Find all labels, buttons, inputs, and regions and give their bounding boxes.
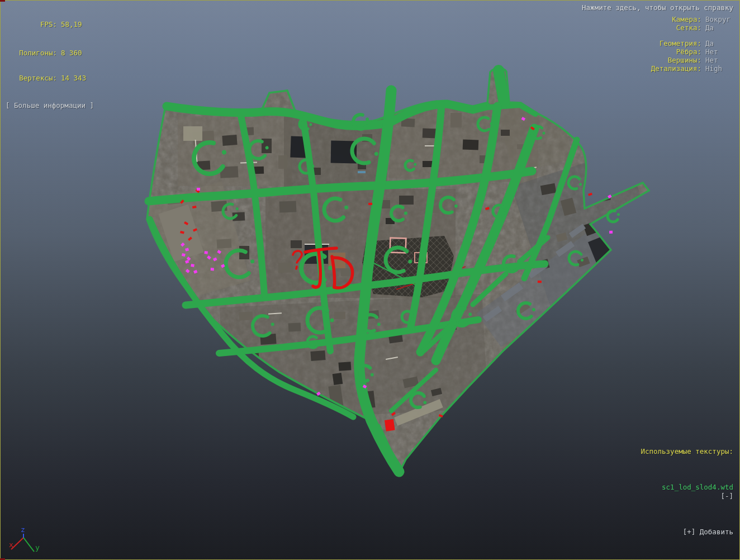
viewport-3d-scene[interactable]: x y z: [0, 0, 740, 560]
edges-value: Нет: [705, 48, 733, 56]
camera-settings: Камера:Вокруг Сетка:Да: [672, 15, 733, 32]
more-info-link[interactable]: [ Больше информации ]: [6, 101, 94, 110]
textures-title: Используемые текстуры:: [637, 447, 733, 456]
texture-remove-button[interactable]: [-]: [720, 492, 733, 500]
camera-value: Вокруг: [705, 15, 733, 23]
geometry-value: Да: [705, 39, 733, 48]
edges-label: Рёбра:: [651, 48, 701, 56]
axis-z-label: z: [21, 525, 25, 534]
polygons-label: Полигоны:: [6, 49, 57, 57]
camera-label: Камера:: [672, 15, 701, 23]
corner-accent-top: [0, 0, 5, 2]
grid-label: Сетка:: [672, 23, 701, 32]
vertices-value: 14 343: [61, 74, 94, 82]
display-settings: Геометрия:Да Рёбра:Нет Вершины:Нет Детал…: [651, 39, 733, 73]
detail-label: Детализация:: [651, 64, 701, 73]
fps-label: FPS:: [6, 20, 57, 29]
detail-value: High: [705, 64, 733, 73]
model-viewer-window: x y z FPS:58,19 Полигоны:8 360 Вертексы:…: [0, 0, 740, 560]
polygons-value: 8 360: [61, 49, 94, 57]
texture-add-button[interactable]: [+] Добавить: [637, 528, 733, 537]
texture-file-link[interactable]: sc1_lod_slod4.wtd: [662, 483, 733, 491]
vertices-label: Вертексы:: [6, 74, 57, 82]
textures-panel: Используемые текстуры: sc1_lod_slod4.wtd…: [637, 429, 733, 554]
fps-value: 58,19: [61, 20, 94, 29]
help-link[interactable]: Нажмите здесь, чтобы открыть справку: [582, 3, 733, 12]
grid-value: Да: [705, 23, 733, 32]
vertices-mode-value: Нет: [705, 56, 733, 64]
axis-x-label: x: [9, 540, 13, 549]
axis-gizmo: x y z: [9, 525, 40, 552]
stats-panel: FPS:58,19 Полигоны:8 360 Вертексы:14 343…: [6, 3, 94, 126]
geometry-label: Геометрия:: [651, 39, 701, 48]
vertices-mode-label: Вершины:: [651, 56, 701, 64]
axis-y-label: y: [35, 543, 40, 552]
